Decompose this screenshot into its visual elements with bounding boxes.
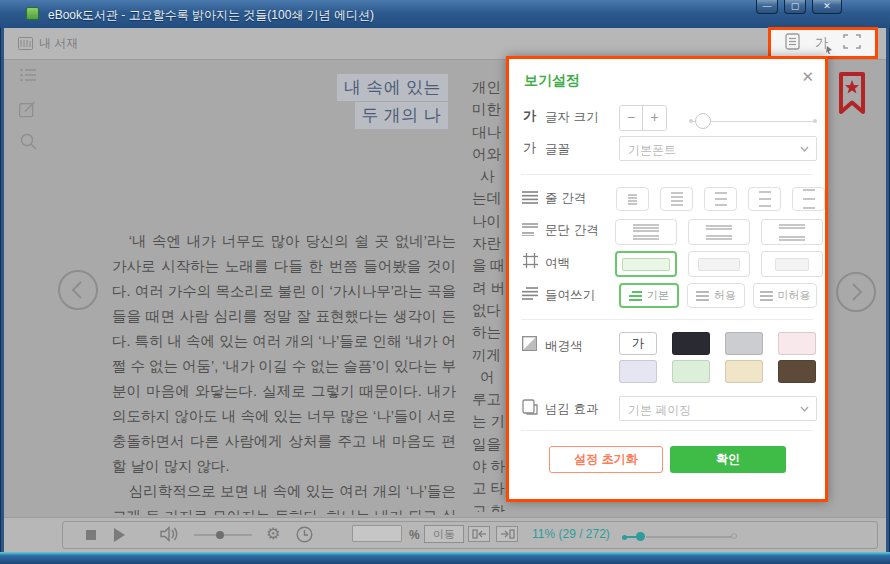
- app-icon: [26, 7, 39, 20]
- bg-swatch-lavender[interactable]: [619, 360, 657, 383]
- margin-option-1-selected[interactable]: [615, 251, 677, 277]
- font-size-icon: 가: [523, 107, 536, 125]
- indent-icon: [522, 286, 538, 304]
- paragraph-spacing-option-3[interactable]: [761, 219, 823, 245]
- next-page-button[interactable]: [836, 272, 876, 312]
- percent-sign: %: [409, 528, 420, 542]
- indent-option-default-selected[interactable]: 기본: [619, 283, 679, 308]
- view-settings-font-icon[interactable]: 가: [815, 34, 828, 52]
- page-percent-input[interactable]: [352, 525, 402, 542]
- page-effect-value: 기본 페이징: [628, 402, 691, 419]
- note-edit-icon[interactable]: [19, 101, 36, 122]
- font-size-stepper: − +: [619, 105, 667, 131]
- line-spacing-option-1[interactable]: [616, 187, 649, 211]
- right-page-text: 개인미한 대나어와 사는데 나이자란 을 때려 버 없다하는 끼게 어 루고는 …: [472, 76, 508, 512]
- bg-swatch-beige[interactable]: [725, 360, 763, 383]
- font-label: 글꼴: [545, 141, 570, 158]
- indent-option-disallow[interactable]: 미허용: [753, 283, 817, 308]
- progress-end-dot: [731, 533, 737, 539]
- font-select-value: 기본폰트: [628, 142, 676, 159]
- volume-icon[interactable]: [160, 526, 179, 546]
- minimize-button[interactable]: —: [756, 0, 778, 14]
- view-settings-panel: 보기설정 ✕ 가 글자 크기 − + 가 글꼴 기본폰트 줄 간격: [506, 56, 828, 502]
- chapter-title-line1: 내 속에 있는: [337, 74, 448, 101]
- window-bottom-frame: [0, 552, 890, 564]
- progress-slider-knob[interactable]: [636, 532, 645, 541]
- bg-swatch-green[interactable]: [672, 360, 710, 383]
- paragraph-spacing-option-1[interactable]: [615, 219, 677, 245]
- bookmark-ribbon-icon[interactable]: [838, 72, 866, 128]
- title-bar: eBook도서관 - 고요할수록 밝아지는 것들(100쇄 기념 에디션) — …: [0, 0, 890, 28]
- confirm-button[interactable]: 확인: [670, 446, 786, 473]
- line-spacing-option-5[interactable]: [792, 187, 825, 211]
- tts-settings-gear-icon[interactable]: ⚙: [266, 524, 280, 543]
- reset-settings-button[interactable]: 설정 초기화: [549, 446, 663, 473]
- background-color-icon: [522, 336, 537, 355]
- divider: [521, 430, 813, 431]
- app-window: eBook도서관 - 고요할수록 밝아지는 것들(100쇄 기념 에디션) — …: [0, 0, 890, 564]
- divider: [521, 319, 813, 320]
- paragraph-spacing-label: 문단 간격: [545, 222, 598, 239]
- font-size-plus-button[interactable]: +: [643, 106, 666, 130]
- reading-progress-text: 11% (29 / 272): [532, 527, 610, 541]
- toc-document-icon[interactable]: [785, 33, 800, 54]
- panel-title: 보기설정: [524, 72, 580, 90]
- chevron-down-icon: [800, 406, 809, 412]
- page-effect-icon: [522, 399, 538, 419]
- timer-clock-icon[interactable]: [296, 526, 313, 547]
- body-paragraph: ‘내 속엔 내가 너무도 많아 당신의 쉴 곳 없네’라는 가사로 시작하는 노…: [112, 229, 456, 479]
- fullscreen-icon[interactable]: [843, 34, 861, 53]
- font-size-slider-knob[interactable]: [695, 113, 711, 129]
- book-page-text: ‘내 속엔 내가 너무도 많아 당신의 쉴 곳 없네’라는 가사로 시작하는 노…: [112, 229, 456, 515]
- prev-page-button[interactable]: [58, 270, 98, 310]
- progress-track[interactable]: [646, 536, 732, 538]
- tts-stop-button[interactable]: [86, 530, 96, 540]
- divider: [521, 174, 813, 175]
- margin-label: 여백: [545, 255, 570, 272]
- slider-start-dot: [689, 119, 693, 123]
- chevron-down-icon: [800, 146, 809, 152]
- body-paragraph: 심리학적으로 보면 내 속에 있는 여러 개의 ‘나’들은 크게 두 가지로 모…: [112, 479, 456, 515]
- font-icon: 가: [523, 139, 536, 157]
- bg-swatch-black[interactable]: [672, 332, 710, 355]
- line-spacing-label: 줄 간격: [545, 190, 586, 207]
- margin-option-3[interactable]: [761, 251, 823, 277]
- line-spacing-option-3[interactable]: [704, 187, 737, 211]
- chapter-title-line2: 두 개의 나: [355, 102, 449, 129]
- my-library-label: 내 서재: [39, 35, 78, 52]
- jump-to-start-button[interactable]: [468, 526, 490, 542]
- background-color-label: 배경색: [545, 338, 583, 355]
- jump-to-end-button[interactable]: [496, 526, 518, 542]
- slider-end-dot: [813, 119, 817, 123]
- page-effect-select[interactable]: 기본 페이징: [619, 396, 817, 421]
- font-size-minus-button[interactable]: −: [620, 106, 643, 130]
- font-select[interactable]: 기본폰트: [619, 136, 817, 161]
- line-spacing-icon: [522, 190, 538, 208]
- goto-button[interactable]: 이동: [424, 525, 464, 543]
- margin-icon: [523, 253, 538, 272]
- tts-play-button[interactable]: [114, 528, 125, 542]
- line-spacing-option-2[interactable]: [660, 187, 693, 211]
- indent-option-allow[interactable]: 허용: [687, 283, 745, 308]
- volume-slider-knob[interactable]: [216, 531, 224, 539]
- maximize-button[interactable]: ▢: [784, 0, 806, 14]
- panel-close-icon[interactable]: ✕: [801, 68, 814, 86]
- indent-label: 들여쓰기: [545, 287, 595, 304]
- paragraph-spacing-icon: [522, 222, 538, 240]
- bg-swatch-brown[interactable]: [778, 360, 816, 383]
- bg-swatch-white[interactable]: 가: [619, 332, 657, 355]
- window-title: eBook도서관 - 고요할수록 밝아지는 것들(100쇄 기념 에디션): [48, 7, 374, 24]
- search-icon[interactable]: [20, 133, 37, 154]
- close-button[interactable]: ✕: [812, 0, 842, 14]
- page-effect-label: 넘김 효과: [545, 401, 598, 418]
- font-size-label: 글자 크기: [545, 109, 598, 126]
- bg-swatch-pink[interactable]: [778, 332, 816, 355]
- margin-option-2[interactable]: [688, 251, 750, 277]
- bg-swatch-gray[interactable]: [725, 332, 763, 355]
- line-spacing-option-4[interactable]: [748, 187, 781, 211]
- paragraph-spacing-option-2[interactable]: [688, 219, 750, 245]
- my-library-button[interactable]: 내 서재: [18, 35, 78, 52]
- toc-icon[interactable]: [20, 68, 37, 86]
- toolbar-highlight-box: 가: [768, 27, 878, 59]
- bookshelf-icon: [18, 37, 33, 50]
